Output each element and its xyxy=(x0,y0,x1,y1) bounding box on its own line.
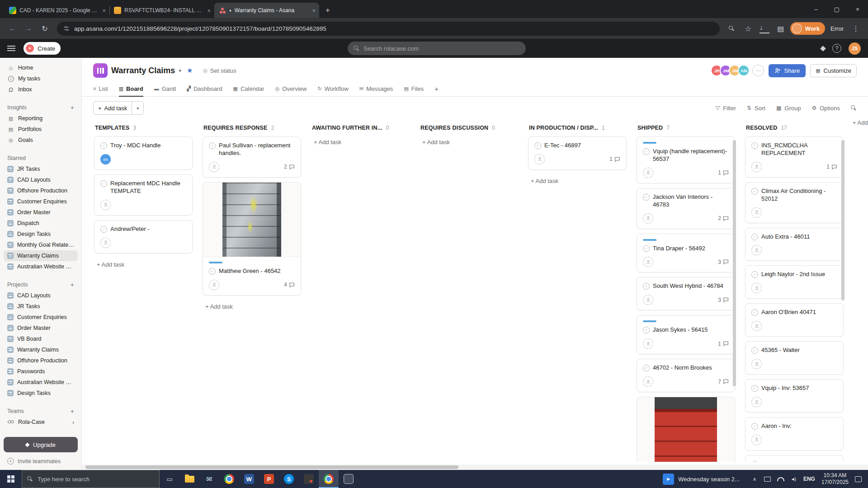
sidebar-project-item[interactable]: Monthly Goal Related Tasks xyxy=(4,239,78,250)
task-card[interactable]: ✓ Paul Sullivan - replacement handles. 2 xyxy=(203,136,301,178)
complete-check-icon[interactable]: ✓ xyxy=(751,461,758,462)
tray-icon[interactable] xyxy=(751,476,758,482)
task-card[interactable] xyxy=(637,397,735,462)
view-tab[interactable]: ↻ Workflow xyxy=(317,82,348,97)
menu-kebab-icon[interactable]: ⋮ xyxy=(849,22,863,35)
address-bar[interactable]: app.asana.com/1/1202151885696228/project… xyxy=(57,22,720,36)
task-title[interactable]: Replacement MDC Handle TEMPLATE xyxy=(110,180,186,195)
chevron-down-icon[interactable]: ▾ xyxy=(179,68,181,74)
browser-error-button[interactable]: Error xyxy=(830,25,844,32)
sidebar-project-item[interactable]: Customer Enquiries xyxy=(4,196,78,207)
site-settings-icon[interactable] xyxy=(63,25,70,32)
task-card[interactable]: ✓ Tina Draper - 56492 3 xyxy=(637,234,735,273)
member-avatar[interactable]: AN xyxy=(738,65,750,76)
sidebar-project-item[interactable]: Dispatch xyxy=(4,218,78,229)
set-status-button[interactable]: ◎ Set status xyxy=(203,67,236,74)
task-title[interactable]: Aaron - Inv: xyxy=(761,422,792,430)
horizontal-scrollbar[interactable] xyxy=(82,465,868,470)
task-card[interactable]: ✓ Jackson Van Interiors - 46783 2 xyxy=(637,188,735,229)
sidebar-project-item[interactable]: Offshore Production xyxy=(4,355,78,366)
task-card[interactable]: ✓ Andrew/Peter - xyxy=(94,220,193,253)
downloads-icon[interactable]: ↓ xyxy=(758,22,771,35)
sidebar-item[interactable]: ◎ Goals xyxy=(4,135,78,145)
task-card[interactable]: ✓ INS_RCMDCLHA REPLACEMENT 1 xyxy=(745,136,844,178)
create-button[interactable]: + Create xyxy=(24,42,61,55)
browser-tab-active[interactable]: ● Warranty Claims - Asana × xyxy=(214,3,319,18)
column-header[interactable]: AWAITING FURTHER IN... 0 xyxy=(310,123,410,136)
taskbar-app-icon[interactable] xyxy=(299,470,319,488)
share-button[interactable]: Share xyxy=(769,64,806,77)
assignee-placeholder-icon[interactable] xyxy=(751,397,762,407)
column-header[interactable]: REQUIRES RESPONSE 2 xyxy=(202,123,302,136)
complete-check-icon[interactable]: ✓ xyxy=(751,309,758,316)
sidebar-item[interactable]: My tasks xyxy=(4,73,78,84)
task-card[interactable]: ✓ Troy - MDC Handle en xyxy=(94,136,193,170)
task-card[interactable]: ✓ Vquip (handle replacement)- 56537 1 xyxy=(637,136,735,183)
view-tab[interactable]: ▬ Gantt xyxy=(154,82,176,97)
toolbar-tool-button[interactable]: ⇅ Sort xyxy=(747,105,765,112)
complete-check-icon[interactable]: ✓ xyxy=(643,148,650,155)
task-title[interactable]: All xyxy=(761,460,768,462)
invite-teammates-button[interactable]: Invite teammates xyxy=(4,458,78,465)
task-title[interactable]: Auto Extra - 46011 xyxy=(761,233,810,241)
assignee-placeholder-icon[interactable] xyxy=(643,257,653,267)
assignee-placeholder-icon[interactable] xyxy=(100,238,111,248)
task-card[interactable]: ✓ E-Tec - 46897 1 xyxy=(528,136,627,170)
assignee-placeholder-icon[interactable] xyxy=(751,283,762,293)
complete-check-icon[interactable]: ✓ xyxy=(643,245,650,252)
task-card[interactable]: ✓ Climax Air Conditioning - 52012 xyxy=(745,182,844,223)
assignee-placeholder-icon[interactable] xyxy=(209,162,219,172)
sidebar-project-item[interactable]: Australian Website Develo... xyxy=(4,261,78,272)
assignee-placeholder-icon[interactable] xyxy=(100,200,111,210)
sidebar-project-item[interactable]: CAD Layouts xyxy=(4,290,78,301)
insights-section-header[interactable]: Insights + xyxy=(4,102,78,113)
taskbar-app-icon[interactable]: ▭ xyxy=(160,470,179,488)
assignee-placeholder-icon[interactable] xyxy=(751,435,762,445)
view-tab[interactable]: ▥ Board xyxy=(119,82,143,97)
assignee-placeholder-icon[interactable] xyxy=(751,321,762,331)
view-tab[interactable]: ◎ Overview xyxy=(275,82,307,97)
add-icon[interactable]: + xyxy=(71,104,74,111)
add-task-button[interactable]: +Add task ▾ xyxy=(93,101,144,115)
column-add-task-button[interactable]: + Add task xyxy=(419,136,519,149)
task-title[interactable]: Vquip (handle replacement)- 56537 xyxy=(653,148,729,163)
assignee-placeholder-icon[interactable] xyxy=(209,280,219,290)
task-card[interactable]: ✓ 45365 - Walter xyxy=(745,341,844,375)
complete-check-icon[interactable]: ✓ xyxy=(751,385,758,392)
help-icon[interactable]: ? xyxy=(832,44,841,53)
view-tab[interactable]: ≡ List xyxy=(93,82,108,97)
more-members-button[interactable]: ⋯ xyxy=(752,65,764,76)
column-header[interactable]: IN PRODUCTION / DISP... 1 xyxy=(527,123,627,136)
task-title[interactable]: E-Tec - 46897 xyxy=(544,142,581,150)
view-tab[interactable]: ✉ Messages xyxy=(359,82,393,97)
sidebar-project-item[interactable]: JR Tasks xyxy=(4,164,78,174)
sidebar-project-item[interactable]: Customer Enquiries xyxy=(4,312,78,323)
back-icon[interactable]: ← xyxy=(5,22,19,35)
toolbar-tool-button[interactable]: ▽ Filter xyxy=(716,105,736,112)
task-title[interactable]: South West Hybrid - 46784 xyxy=(653,282,723,290)
teams-section-header[interactable]: Teams + xyxy=(4,406,78,417)
new-tab-button[interactable]: + xyxy=(321,4,335,17)
search-icon[interactable] xyxy=(851,105,857,111)
complete-check-icon[interactable]: ✓ xyxy=(534,142,541,149)
add-task-dropdown-icon[interactable]: ▾ xyxy=(132,102,143,114)
sidebar-item-team[interactable]: Rola-Case › xyxy=(4,417,78,427)
complete-check-icon[interactable]: ✓ xyxy=(643,327,650,333)
sidebar-project-item[interactable]: Design Tasks xyxy=(4,229,78,239)
assignee-placeholder-icon[interactable] xyxy=(643,376,653,387)
assignee-placeholder-icon[interactable] xyxy=(751,359,762,369)
complete-check-icon[interactable]: ✓ xyxy=(100,142,107,149)
task-title[interactable]: Matthew Green - 46542 xyxy=(219,267,281,275)
starred-section-header[interactable]: Starred xyxy=(4,153,78,164)
reload-icon[interactable]: ↻ xyxy=(38,22,52,35)
sidebar-project-item[interactable]: Passwords xyxy=(4,366,78,377)
add-section-button[interactable]: + Add section xyxy=(853,119,868,126)
task-card[interactable]: ✓ Jason Sykes - 56415 1 xyxy=(637,315,735,354)
close-window-icon[interactable]: × xyxy=(847,0,868,18)
sidebar-project-item[interactable]: Design Tasks xyxy=(4,388,78,399)
column-header[interactable]: SHIPPED 7 xyxy=(636,123,736,136)
horizontal-scrollbar-thumb[interactable] xyxy=(85,465,458,469)
bookmark-star-icon[interactable]: ☆ xyxy=(741,22,755,35)
task-title[interactable]: Andrew/Peter - xyxy=(110,225,150,233)
sidebar-project-item[interactable]: VB Board xyxy=(4,333,78,344)
